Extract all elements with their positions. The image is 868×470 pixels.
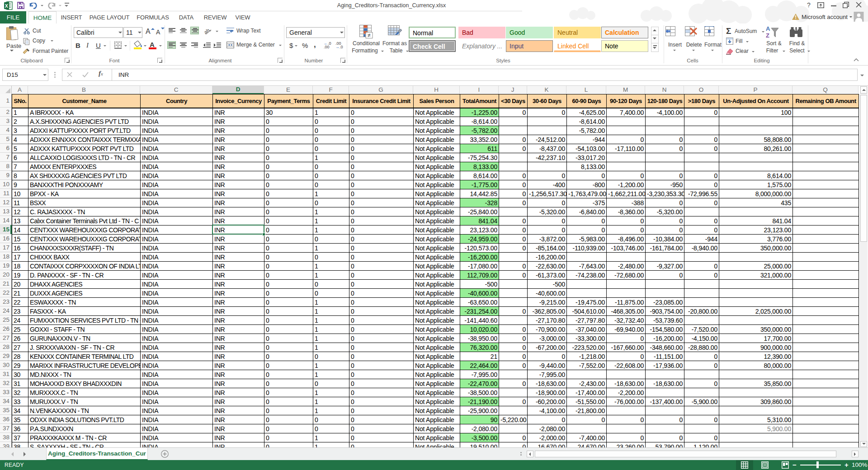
svg-text:≠: ≠	[368, 32, 371, 38]
svg-text:Z: Z	[766, 32, 769, 39]
svg-text:A: A	[766, 25, 770, 32]
svg-text:X: X	[5, 3, 8, 9]
